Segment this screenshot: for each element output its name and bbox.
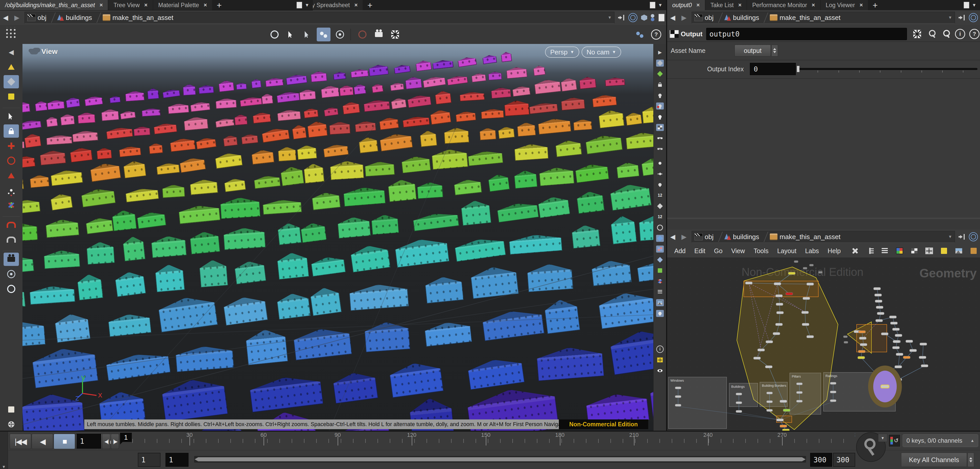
path-dropdown-icon[interactable]: ▼ <box>948 15 952 20</box>
translate-tool-icon[interactable] <box>3 139 19 153</box>
help-icon[interactable]: ? <box>969 29 980 40</box>
auto-key-icon[interactable]: ↺ <box>888 434 900 447</box>
new-tab-button[interactable]: + <box>363 0 377 10</box>
curve-hulls-icon[interactable] <box>656 224 664 231</box>
link-selection-icon[interactable] <box>633 28 647 41</box>
tab-output0[interactable]: output0× <box>667 0 705 10</box>
expand-strip-icon[interactable]: ▶ <box>656 49 664 56</box>
viewport-info-icon[interactable]: i <box>656 346 664 353</box>
network-node[interactable] <box>873 288 881 290</box>
point-trails-icon[interactable] <box>656 181 664 188</box>
net-thumbnails-icon[interactable] <box>909 245 920 256</box>
pin-pane-icon[interactable] <box>959 14 965 21</box>
network-node[interactable] <box>788 272 795 275</box>
close-icon[interactable]: × <box>697 2 700 8</box>
network-node[interactable] <box>783 409 790 412</box>
snapshot-icon[interactable] <box>388 28 402 41</box>
key-all-spinner[interactable] <box>967 453 974 467</box>
prim-hulls-icon[interactable] <box>656 235 664 242</box>
point-markers-icon[interactable] <box>656 160 664 167</box>
network-node[interactable] <box>675 404 681 406</box>
playbar-collapse-strip[interactable] <box>0 432 8 452</box>
network-node[interactable] <box>858 350 865 353</box>
network-node[interactable] <box>920 343 927 345</box>
network-node[interactable] <box>765 366 772 368</box>
tab--obj-buildings-make-this-an-asset[interactable]: /obj/buildings/make_this_an_asset× <box>0 0 108 10</box>
output-node[interactable] <box>881 385 889 388</box>
tab-take-list[interactable]: Take List× <box>705 0 747 10</box>
network-input-node[interactable] <box>844 341 848 343</box>
pane-menu-icon[interactable]: ▼ <box>305 3 309 8</box>
select-tool-icon[interactable] <box>3 110 19 123</box>
network-input-node[interactable] <box>794 261 798 262</box>
menu-view[interactable]: View <box>731 247 745 255</box>
follow-selection-icon[interactable] <box>969 13 978 22</box>
net-tree-icon[interactable] <box>864 245 875 256</box>
network-box[interactable] <box>790 373 821 414</box>
breadcrumb-item[interactable]: make_this_an_asset <box>770 233 840 241</box>
render-disabled-icon[interactable] <box>356 28 369 41</box>
network-node[interactable] <box>803 297 810 300</box>
network-input-node[interactable] <box>843 335 848 338</box>
camera-select-button[interactable]: No cam▼ <box>582 46 621 58</box>
pane-maximize-icon[interactable] <box>650 2 655 8</box>
normal-lighting-icon[interactable] <box>656 113 664 120</box>
rig-pose-tool-icon[interactable] <box>3 184 19 197</box>
asset-name-spinner[interactable] <box>772 45 778 56</box>
close-icon[interactable]: × <box>738 2 741 8</box>
network-node[interactable] <box>796 400 802 402</box>
flipbook-camera-icon[interactable] <box>372 28 386 41</box>
net-layout-icon[interactable] <box>924 245 935 256</box>
scale-tool-icon[interactable] <box>3 169 19 182</box>
go-to-start-button[interactable]: |◀◀ <box>10 434 31 449</box>
keys-status-box[interactable]: 0 keys, 0/0 channels▲ <box>903 434 978 447</box>
output-index-field[interactable]: 0 <box>750 63 796 75</box>
backfaces-icon[interactable] <box>656 256 664 263</box>
pane-maximize-icon[interactable] <box>296 2 302 8</box>
network-node[interactable] <box>754 357 760 359</box>
close-icon[interactable]: × <box>100 2 103 8</box>
prim-normals-icon[interactable] <box>656 203 664 210</box>
handles-tool-icon[interactable] <box>3 199 19 212</box>
lighting-off-icon[interactable] <box>656 92 664 99</box>
show-objects-icon[interactable] <box>3 60 19 73</box>
breadcrumb-item[interactable]: obj <box>27 13 56 23</box>
network-node[interactable] <box>921 364 928 367</box>
snap-magnet-icon[interactable] <box>3 218 19 231</box>
breadcrumb-item[interactable]: buildings <box>724 13 768 23</box>
network-node[interactable] <box>875 319 883 322</box>
tab-tree-view[interactable]: Tree View× <box>108 0 153 10</box>
frame-selection-icon[interactable] <box>333 28 347 41</box>
network-node[interactable] <box>745 282 752 284</box>
display-options-alt-icon[interactable] <box>656 145 664 152</box>
uv-texture-icon[interactable] <box>656 245 664 253</box>
menu-labs[interactable]: Labs <box>805 247 819 255</box>
new-tab-button[interactable]: + <box>213 0 226 10</box>
network-node[interactable] <box>767 392 773 394</box>
network-node[interactable] <box>910 349 917 352</box>
node-name-input[interactable]: output0 <box>706 28 907 40</box>
network-node[interactable] <box>830 382 836 385</box>
breadcrumb-item[interactable]: obj <box>694 13 723 23</box>
network-node[interactable] <box>877 312 884 315</box>
timeline-ruler[interactable]: 1 3060901201501802102402703 <box>120 432 855 451</box>
playhead[interactable]: 1 <box>120 433 132 442</box>
network-node[interactable] <box>860 343 867 346</box>
headlight-icon[interactable] <box>656 102 664 109</box>
link-chain-icon[interactable] <box>650 14 656 21</box>
collapse-toolbar-icon[interactable]: ◀ <box>3 46 19 59</box>
network-node[interactable] <box>889 316 896 318</box>
network-node[interactable] <box>796 383 802 385</box>
network-node[interactable] <box>903 356 910 359</box>
step-forward-button[interactable]: |▶ <box>111 434 119 449</box>
network-node[interactable] <box>757 349 765 351</box>
construction-plane-icon[interactable] <box>656 59 664 67</box>
network-node[interactable] <box>767 401 773 403</box>
network-node[interactable] <box>675 387 681 389</box>
network-node[interactable] <box>776 303 783 305</box>
select-objects-icon[interactable] <box>317 28 331 41</box>
pane-maximize-icon[interactable] <box>964 2 969 8</box>
menu-layout[interactable]: Layout <box>777 247 796 255</box>
nav-forward-icon[interactable]: ▶ <box>678 233 690 241</box>
net-digital-asset-icon[interactable] <box>968 245 979 256</box>
